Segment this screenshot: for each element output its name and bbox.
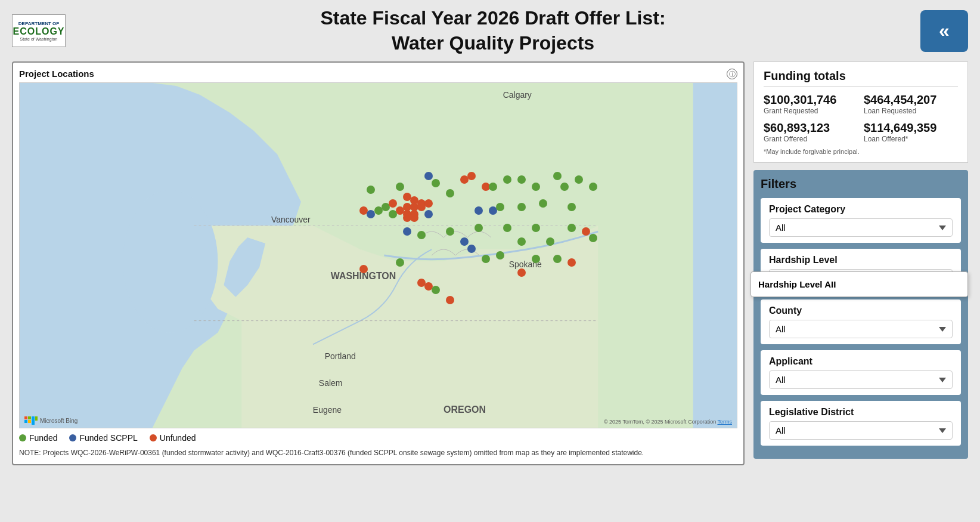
map-dot [367, 186, 375, 194]
filter-group-county: CountyAll [761, 299, 961, 344]
scppl-dot [69, 434, 76, 441]
map-section: Project Locations ⓘ [12, 61, 745, 465]
map-dot [467, 172, 476, 180]
map-dot [359, 265, 368, 273]
map-dot [403, 227, 411, 236]
map-dot [496, 203, 504, 211]
map-dot [482, 255, 490, 263]
back-button[interactable]: « [920, 10, 968, 52]
map-dot [432, 286, 440, 294]
funding-grid: $100,301,746Grant Requested$464,454,207L… [764, 93, 958, 143]
map-dot [460, 237, 469, 246]
page-title: State Fiscal Year 2026 Draft Offer List:… [66, 6, 920, 55]
bing-text: Microsoft Bing [40, 418, 77, 424]
map-dot [417, 203, 426, 211]
svg-text:Eugene: Eugene [313, 405, 342, 415]
funded-label: Funded [29, 433, 57, 443]
map-dot [503, 224, 511, 232]
filters-section: Filters Project CategoryAllHardship Leve… [753, 170, 968, 459]
map-dot [560, 183, 569, 191]
logo-dept-text: DEPARTMENT OF [18, 21, 59, 26]
funding-label: Grant Requested [764, 107, 858, 115]
map-dot [546, 237, 554, 246]
map-dot [503, 175, 511, 184]
funding-label: Grant Offered [764, 135, 858, 143]
map-dot [553, 172, 562, 180]
map-dot [532, 224, 540, 232]
map-dot [532, 255, 540, 263]
map-container[interactable]: Calgary Vancouver WASHINGTON Spokane Por… [19, 82, 737, 428]
legend-unfunded: Unfunded [150, 433, 196, 443]
map-dot [582, 227, 590, 236]
unfunded-dot [150, 434, 157, 441]
scppl-label: Funded SCPPL [79, 433, 137, 443]
title-line2: Water Quality Projects [392, 32, 594, 54]
map-dot [446, 296, 454, 304]
map-dot [575, 175, 583, 184]
filter-label-hardship-level: Hardship Level [769, 255, 953, 265]
filter-label-applicant: Applicant [769, 356, 953, 367]
map-dot [417, 231, 426, 239]
hardship-tooltip-title: Hardship Level AII [758, 279, 836, 289]
filter-select-project-category[interactable]: All [769, 218, 953, 237]
unfunded-label: Unfunded [160, 433, 196, 443]
logo-state-text: State of Washington [20, 37, 58, 41]
filter-group-project-category: Project CategoryAll [761, 198, 961, 243]
filter-group-applicant: ApplicantAll [761, 350, 961, 395]
funding-totals-title: Funding totals [764, 69, 958, 87]
logo-ecology-text: ECOLOGY [13, 26, 65, 37]
filter-select-legislative-district[interactable]: All [769, 421, 953, 440]
svg-rect-19 [28, 420, 31, 423]
svg-marker-3 [241, 321, 598, 428]
bing-logo [24, 416, 38, 425]
funding-label: Loan Offered* [864, 135, 958, 143]
funding-amount: $114,649,359 [864, 121, 958, 135]
map-svg: Calgary Vancouver WASHINGTON Spokane Por… [20, 83, 737, 428]
funding-item: $100,301,746Grant Requested [764, 93, 858, 115]
map-dot [389, 210, 397, 218]
filters-title: Filters [761, 177, 961, 191]
funded-dot [19, 434, 26, 441]
svg-rect-20 [32, 416, 35, 425]
map-dot [567, 224, 576, 232]
map-dot [496, 251, 504, 260]
svg-rect-17 [28, 416, 31, 419]
map-dot [589, 183, 597, 191]
map-branding: Microsoft Bing [24, 416, 77, 425]
map-dot [396, 258, 404, 267]
right-panel: Funding totals $100,301,746Grant Request… [753, 61, 968, 465]
map-dot [553, 255, 562, 263]
filter-select-applicant[interactable]: All [769, 370, 953, 389]
map-dot [567, 203, 576, 211]
map-dot [475, 224, 483, 232]
map-dot [432, 179, 440, 187]
header: DEPARTMENT OF ECOLOGY State of Washingto… [0, 0, 980, 61]
map-dot [517, 268, 526, 277]
legend-scppl: Funded SCPPL [69, 433, 137, 443]
funding-totals: Funding totals $100,301,746Grant Request… [753, 61, 968, 163]
map-dot [567, 258, 576, 267]
svg-text:Calgary: Calgary [503, 90, 532, 100]
map-dot [403, 214, 411, 222]
ecology-logo: DEPARTMENT OF ECOLOGY State of Washingto… [12, 14, 66, 47]
map-copyright: © 2025 TomTom, © 2025 Microsoft Corporat… [604, 419, 732, 425]
filter-select-county[interactable]: All [769, 320, 953, 338]
hardship-tooltip: Hardship Level AII [750, 271, 968, 297]
map-dot [424, 210, 433, 218]
logo-area: DEPARTMENT OF ECOLOGY State of Washingto… [12, 14, 66, 47]
funding-label: Loan Requested [864, 107, 958, 115]
map-dot [539, 199, 547, 208]
map-dot [446, 189, 454, 197]
filter-groups: Project CategoryAllHardship LevelAllCoun… [761, 198, 961, 446]
map-dot [489, 183, 497, 191]
svg-text:Vancouver: Vancouver [271, 215, 311, 224]
map-legend: Funded Funded SCPPL Unfunded [19, 428, 737, 443]
filter-group-legislative-district: Legislative DistrictAll [761, 401, 961, 446]
funding-item: $114,649,359Loan Offered* [864, 121, 958, 143]
funding-amount: $60,893,123 [764, 121, 858, 135]
funding-item: $60,893,123Grant Offered [764, 121, 858, 143]
filter-label-project-category: Project Category [769, 204, 953, 215]
filter-label-legislative-district: Legislative District [769, 407, 953, 418]
map-dot [517, 175, 526, 184]
terms-link[interactable]: Terms [718, 419, 733, 425]
